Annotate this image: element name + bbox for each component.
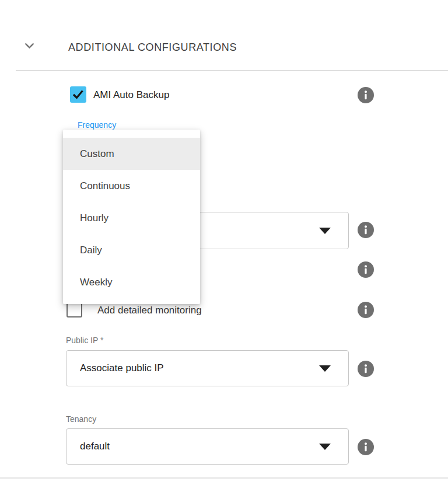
public-ip-value: Associate public IP	[80, 362, 164, 374]
checkmark-icon	[71, 88, 85, 102]
chevron-down-icon	[24, 41, 34, 51]
frequency-dropdown-menu: Custom Continuous Hourly Daily Weekly	[63, 130, 200, 304]
caret-down-icon	[319, 228, 331, 234]
bottom-divider	[0, 477, 448, 479]
info-icon[interactable]	[358, 261, 374, 278]
info-icon[interactable]	[358, 439, 374, 455]
ami-auto-backup-label: AMI Auto Backup	[93, 89, 169, 101]
info-icon[interactable]	[358, 87, 374, 103]
public-ip-select[interactable]: Associate public IP	[66, 350, 349, 386]
frequency-label: Frequency	[78, 120, 116, 130]
detailed-monitoring-label: Add detailed monitoring	[97, 305, 202, 316]
tenancy-label: Tenancy	[66, 414, 96, 424]
caret-down-icon	[319, 444, 331, 450]
header-divider	[16, 70, 448, 71]
detailed-monitoring-checkbox[interactable]	[66, 302, 82, 317]
menu-item-hourly[interactable]: Hourly	[63, 202, 200, 234]
caret-down-icon	[319, 365, 331, 372]
menu-item-daily[interactable]: Daily	[63, 234, 200, 266]
menu-item-custom[interactable]: Custom	[63, 138, 200, 170]
ami-auto-backup-checkbox[interactable]	[70, 86, 86, 103]
section-collapse-toggle[interactable]	[21, 39, 37, 54]
info-icon[interactable]	[358, 302, 374, 318]
menu-item-weekly[interactable]: Weekly	[63, 266, 200, 298]
info-icon[interactable]	[358, 222, 374, 238]
tenancy-value: default	[80, 441, 110, 452]
tenancy-select[interactable]: default	[66, 428, 349, 465]
info-icon[interactable]	[358, 361, 374, 377]
section-title: ADDITIONAL CONFIGURATIONS	[68, 41, 237, 54]
menu-item-continuous[interactable]: Continuous	[63, 170, 200, 202]
public-ip-label: Public IP *	[66, 336, 103, 345]
